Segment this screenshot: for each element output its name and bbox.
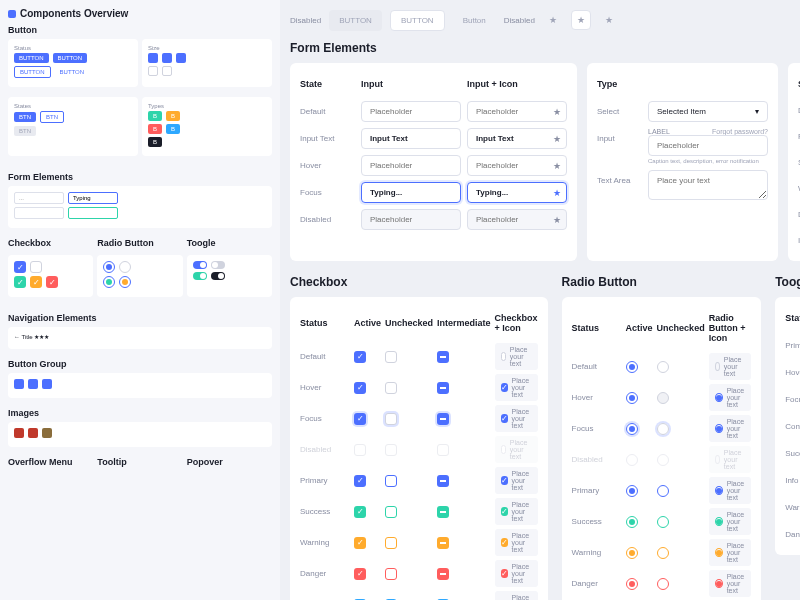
labeled-input[interactable] <box>648 135 768 156</box>
checkbox[interactable] <box>385 413 397 425</box>
radio[interactable] <box>657 516 669 528</box>
checkbox[interactable] <box>385 568 397 580</box>
radio[interactable] <box>626 516 638 528</box>
checkbox[interactable]: ✓ <box>354 568 366 580</box>
radio-pill[interactable]: Place your text <box>709 384 752 411</box>
radio[interactable] <box>657 423 669 435</box>
mini-button[interactable]: BTN <box>14 112 36 122</box>
mini-button[interactable]: BTN <box>40 111 64 123</box>
mini-button[interactable]: B <box>166 124 180 134</box>
radio-icon[interactable] <box>103 276 115 288</box>
input-icon-text[interactable] <box>467 128 567 149</box>
radio-pill[interactable]: Place your text <box>709 353 752 380</box>
mini-button[interactable]: B <box>148 124 162 134</box>
checkbox-pill[interactable]: ✓Place your text <box>495 529 538 556</box>
input-text[interactable] <box>361 128 461 149</box>
checkbox[interactable] <box>385 506 397 518</box>
mini-input[interactable] <box>68 192 118 204</box>
radio[interactable] <box>626 547 638 559</box>
radio[interactable] <box>657 547 669 559</box>
square-icon[interactable] <box>14 379 24 389</box>
input-icon-default[interactable] <box>467 101 567 122</box>
radio-icon[interactable] <box>103 261 115 273</box>
square-icon[interactable] <box>162 53 172 63</box>
mini-button[interactable]: BUTTON <box>55 67 90 77</box>
mini-button[interactable]: B <box>148 137 162 147</box>
square-icon[interactable] <box>28 379 38 389</box>
square-icon[interactable] <box>42 379 52 389</box>
checkbox[interactable]: ✓ <box>354 351 366 363</box>
checkbox[interactable] <box>437 506 449 518</box>
square-icon[interactable] <box>148 66 158 76</box>
checkbox-icon[interactable]: ✓ <box>14 276 26 288</box>
mini-button[interactable]: B <box>148 111 162 121</box>
radio[interactable] <box>626 485 638 497</box>
forgot-link[interactable]: Forgot password? <box>712 128 768 135</box>
radio[interactable] <box>626 392 638 404</box>
input-icon-hover[interactable] <box>467 155 567 176</box>
mini-input[interactable] <box>14 207 64 219</box>
checkbox[interactable]: ✓ <box>354 475 366 487</box>
radio[interactable] <box>626 361 638 373</box>
mini-input[interactable] <box>68 207 118 219</box>
rb-col-icon: Radio Button + Icon <box>709 307 752 349</box>
radio[interactable] <box>657 578 669 590</box>
radio-pill[interactable]: Place your text <box>709 477 752 504</box>
rb-col-active: Active <box>626 317 653 339</box>
checkbox-pill[interactable]: ✓Place your text <box>495 498 538 525</box>
radio-icon[interactable] <box>119 276 131 288</box>
checkbox[interactable] <box>385 351 397 363</box>
radio[interactable] <box>657 392 669 404</box>
checkbox-pill[interactable]: ✓Place your text <box>495 374 538 401</box>
checkbox[interactable] <box>437 475 449 487</box>
checkbox-pill[interactable]: ✓Place your text <box>495 467 538 494</box>
radio[interactable] <box>657 485 669 497</box>
input-default[interactable] <box>361 101 461 122</box>
radio-icon[interactable] <box>119 261 131 273</box>
checkbox[interactable] <box>385 537 397 549</box>
checkbox[interactable]: ✓ <box>354 413 366 425</box>
checkbox-pill[interactable]: Place your text <box>495 343 538 370</box>
checkbox[interactable]: ✓ <box>354 537 366 549</box>
checkbox[interactable] <box>385 475 397 487</box>
checkbox-icon[interactable]: ✓ <box>30 276 42 288</box>
radio[interactable] <box>626 578 638 590</box>
checkbox[interactable] <box>437 351 449 363</box>
toggle-icon[interactable] <box>211 261 225 269</box>
radio-pill[interactable]: Place your text <box>709 570 752 597</box>
toggle-icon[interactable] <box>211 272 225 280</box>
square-icon[interactable] <box>162 66 172 76</box>
radio[interactable] <box>626 423 638 435</box>
checkbox[interactable] <box>437 382 449 394</box>
input-hover[interactable] <box>361 155 461 176</box>
textarea-field[interactable] <box>648 170 768 200</box>
radio[interactable] <box>657 361 669 373</box>
mini-button[interactable]: BUTTON <box>53 53 88 63</box>
radio-pill[interactable]: Place your text <box>709 415 752 442</box>
radio-pill[interactable]: Place your text <box>709 539 752 566</box>
checkbox[interactable] <box>385 382 397 394</box>
mini-input[interactable] <box>14 192 64 204</box>
checkbox-icon[interactable] <box>30 261 42 273</box>
mini-button[interactable]: B <box>166 111 180 121</box>
select-field[interactable]: Selected Item▾ <box>648 101 768 122</box>
checkbox-pill[interactable]: ✓Place your text <box>495 591 538 600</box>
mini-button[interactable]: BUTTON <box>14 53 49 63</box>
checkbox[interactable]: ✓ <box>354 506 366 518</box>
toggle-icon[interactable] <box>193 272 207 280</box>
checkbox[interactable]: ✓ <box>354 382 366 394</box>
input-icon-focus[interactable] <box>467 182 567 203</box>
checkbox-pill[interactable]: ✓Place your text <box>495 560 538 587</box>
checkbox-icon[interactable]: ✓ <box>46 276 58 288</box>
input-focus[interactable] <box>361 182 461 203</box>
checkbox-pill[interactable]: ✓Place your text <box>495 405 538 432</box>
toggle-icon[interactable] <box>193 261 207 269</box>
checkbox[interactable] <box>437 537 449 549</box>
square-icon[interactable] <box>148 53 158 63</box>
radio-pill[interactable]: Place your text <box>709 508 752 535</box>
mini-button[interactable]: BUTTON <box>14 66 51 78</box>
square-icon[interactable] <box>176 53 186 63</box>
checkbox-icon[interactable]: ✓ <box>14 261 26 273</box>
checkbox[interactable] <box>437 413 449 425</box>
checkbox[interactable] <box>437 568 449 580</box>
